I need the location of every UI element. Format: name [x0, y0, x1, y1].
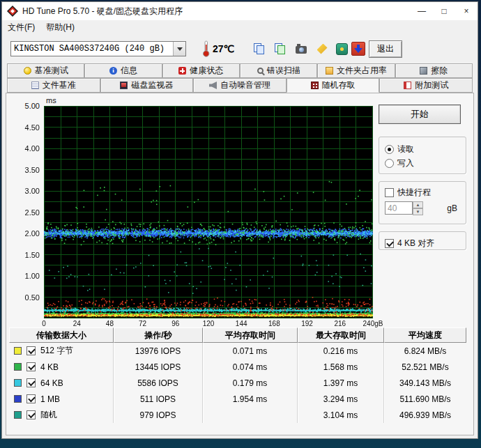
- col-header-iops[interactable]: 操作/秒: [114, 327, 203, 343]
- download-button[interactable]: [349, 40, 367, 57]
- series-checkbox[interactable]: [26, 394, 36, 403]
- avg-speed-value: 511.690 MB/s: [384, 391, 466, 407]
- tab-label: 自动噪音管理: [220, 79, 270, 91]
- menu-help[interactable]: 帮助(H): [40, 20, 80, 35]
- tab-aam[interactable]: 自动噪音管理: [193, 78, 287, 93]
- file-icon: [31, 82, 39, 89]
- highlight-button[interactable]: [313, 40, 331, 57]
- x-axis-tick: 120: [192, 320, 225, 327]
- chevron-down-icon: [173, 42, 185, 56]
- lamp-icon: [24, 67, 31, 75]
- tab-label: 健康状态: [190, 65, 223, 77]
- screenshot-button[interactable]: [292, 40, 310, 57]
- write-radio-label: 写入: [397, 157, 414, 169]
- highlight-icon: [317, 44, 328, 54]
- table-row: 4 KB 13445 IOPS 0.074 ms 1.568 ms 52.521…: [9, 359, 466, 375]
- max-access-value: 1.568 ms: [298, 359, 384, 375]
- desktop: { "window": { "title": "HD Tune Pro 5.70…: [0, 0, 481, 448]
- series-label: 512 字节: [40, 345, 73, 357]
- y-axis-tick: 2.00: [10, 229, 40, 238]
- close-button[interactable]: ×: [455, 2, 478, 20]
- x-axis-tick: 0: [27, 320, 61, 327]
- spin-up-button[interactable]: ▲: [413, 201, 423, 208]
- download-icon: [351, 42, 365, 56]
- max-access-value: 1.397 ms: [298, 375, 384, 391]
- capacity-spinner: ▲ ▼: [413, 201, 423, 215]
- tab-file-benchmark[interactable]: 文件基准: [7, 78, 100, 93]
- tab-error-scan[interactable]: 错误扫描: [240, 63, 317, 78]
- capacity-input[interactable]: [385, 201, 413, 215]
- align-group: 4 KB 对齐: [379, 231, 466, 250]
- camera-icon: [296, 46, 307, 54]
- y-axis-tick: 1.50: [10, 251, 40, 259]
- drive-select[interactable]: KINGSTON SA400S37240G (240 gB): [10, 41, 186, 56]
- start-button[interactable]: 开始: [379, 105, 461, 124]
- y-axis-tick: 4.00: [10, 144, 40, 153]
- series-checkbox[interactable]: [26, 362, 36, 371]
- short-stroke-label: 快捷行程: [397, 187, 431, 199]
- tab-folder-usage[interactable]: 文件夹占用率: [317, 63, 395, 78]
- col-header-avg-access[interactable]: 平均存取时间: [203, 327, 298, 343]
- write-radio[interactable]: 写入: [385, 157, 460, 169]
- col-header-max-access[interactable]: 最大存取时间: [298, 327, 384, 343]
- tab-label: 基准测试: [35, 65, 68, 77]
- menu-file[interactable]: 文件(F): [2, 20, 40, 35]
- app-logo-icon: [7, 6, 18, 17]
- info-icon: [109, 67, 117, 75]
- radio-icon: [385, 159, 394, 168]
- scan-icon: [257, 68, 264, 74]
- maximize-button[interactable]: □: [433, 2, 455, 20]
- tab-label: 磁盘监视器: [131, 79, 173, 91]
- read-radio[interactable]: 读取: [385, 144, 460, 155]
- tab-label: 随机存取: [322, 79, 356, 91]
- exit-button[interactable]: 退出: [369, 40, 402, 58]
- tab-random-access[interactable]: 随机存取: [287, 78, 380, 93]
- avg-speed-value: 52.521 MB/s: [384, 359, 466, 375]
- copy-pages-button[interactable]: [271, 40, 289, 57]
- series-checkbox[interactable]: [26, 410, 36, 419]
- y-axis-tick: 3.50: [10, 166, 40, 174]
- avg-access-value: 0.074 ms: [203, 359, 298, 375]
- table-row: 随机 979 IOPS 3.104 ms 496.939 MB/s: [9, 407, 466, 423]
- folder-icon: [326, 67, 333, 75]
- series-checkbox[interactable]: [26, 378, 36, 387]
- x-axis-tick: 168: [257, 320, 291, 327]
- y-axis-tick: 3.00: [10, 187, 40, 195]
- avg-access-value: 0.179 ms: [203, 375, 298, 391]
- thermometer-icon: [201, 40, 211, 57]
- col-header-avg-speed[interactable]: 平均速度: [384, 327, 466, 343]
- short-stroke-checkbox[interactable]: 快捷行程: [385, 187, 460, 199]
- spin-down-button[interactable]: ▼: [413, 208, 423, 215]
- series-checkbox[interactable]: [26, 346, 36, 355]
- tab-erase[interactable]: 擦除: [395, 63, 473, 78]
- minimize-button[interactable]: —: [411, 2, 433, 20]
- table-row: 64 KB 5586 IOPS 0.179 ms 1.397 ms 349.14…: [9, 375, 466, 391]
- mode-group: 读取 写入: [379, 137, 466, 174]
- tab-health[interactable]: 健康状态: [162, 63, 240, 78]
- align-4kb-checkbox[interactable]: 4 KB 对齐: [385, 238, 460, 249]
- iops-value: 5586 IOPS: [114, 375, 203, 391]
- y-axis-tick: 4.50: [10, 123, 40, 132]
- avg-speed-value: 6.824 MB/s: [384, 343, 466, 359]
- run-icon: [336, 43, 348, 55]
- tab-benchmark[interactable]: 基准测试: [7, 63, 84, 78]
- toolbar: KINGSTON SA400S37240G (240 gB) 27℃ 退出: [2, 34, 478, 63]
- iops-value: 13976 IOPS: [114, 343, 203, 359]
- avg-access-value: 1.954 ms: [203, 391, 298, 407]
- drive-select-value: KINGSTON SA400S37240G (240 gB): [11, 42, 173, 56]
- x-axis-tick: 240gB: [356, 320, 390, 327]
- results-table: 传输数据大小 操作/秒 平均存取时间 最大存取时间 平均速度 512 字节 13…: [9, 327, 466, 423]
- table-row: 512 字节 13976 IOPS 0.071 ms 0.216 ms 6.82…: [9, 343, 466, 359]
- tab-info[interactable]: 信息: [84, 63, 162, 78]
- tab-disk-monitor[interactable]: 磁盘监视器: [100, 78, 194, 93]
- tab-extra-tests[interactable]: 附加测试: [379, 78, 473, 93]
- series-color-swatch: [14, 379, 22, 387]
- col-header-transfer-size[interactable]: 传输数据大小: [9, 327, 114, 343]
- run-button[interactable]: [333, 40, 351, 57]
- y-axis-tick: 1.00: [10, 272, 40, 280]
- window-title: HD Tune Pro 5.70 - 硬盘/固态硬盘实用程序: [22, 6, 411, 17]
- copy-icon-button[interactable]: [250, 40, 268, 57]
- access-time-plot: [44, 106, 373, 318]
- capacity-unit: gB: [447, 203, 457, 213]
- avg-speed-value: 349.143 MB/s: [384, 375, 466, 391]
